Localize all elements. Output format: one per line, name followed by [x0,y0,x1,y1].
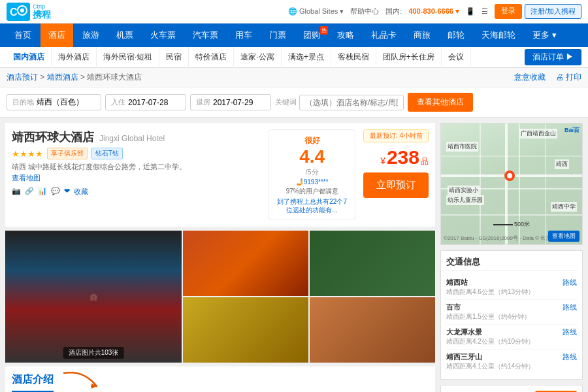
price-book-box: 最新预订: 4小时前 ¥ 238 品 立即预订 [363,129,429,198]
traffic-section: 交通信息 靖西站 靖西距离4.6公里（约13分钟） 路线 百市 靖西距离1.5公… [440,250,583,380]
collect-text[interactable]: 收藏 [74,187,88,197]
destination-label: 目的地 [12,97,34,107]
traffic-info-3: 靖西三牙山 靖西距离4.1公里（约14分钟） [446,352,534,371]
nav-cruise[interactable]: 邮轮 [440,24,472,47]
sub-nav-apartment[interactable]: 途家·公寓 [234,47,281,68]
sub-nav-special[interactable]: 特价酒店 [189,47,234,68]
top-right-nav: 🌐 Global Sites ▾ 帮助中心 国内: 400-830-6666 ▾… [288,4,581,19]
nav-tianhai[interactable]: 天海邮轮 [474,24,523,47]
photo-main[interactable]: 🏨 酒店图片共103张 [5,231,182,363]
nav-flight[interactable]: 机票 [108,24,141,47]
nav-more[interactable]: 更多 ▾ [525,24,564,47]
traffic-name-1: 百市 [446,302,531,312]
comment-icon[interactable]: 💬 [51,187,60,197]
sub-nav-group[interactable]: 团队房+长住房 [376,47,442,68]
checkin-input[interactable] [128,98,180,107]
hotel-title-row: 靖西环球大酒店 Jingxi Global Hotel ★★★★ 享子俱乐部 钻… [12,129,429,220]
rating-label: 很好 [277,135,347,146]
photo-sm-2[interactable] [310,231,435,296]
rating-phone[interactable]: 🤳9193**** [277,178,347,186]
share-icon[interactable]: 🔗 [25,187,34,197]
destination-input[interactable] [37,98,95,107]
nav-car[interactable]: 用车 [227,24,260,47]
map-view-btn[interactable]: 查看地图 [548,231,580,242]
book-now-button[interactable]: 立即预订 [363,172,429,198]
traffic-link-0[interactable]: 路线 [563,278,577,297]
breadcrumb-city[interactable]: 靖西酒店 [47,73,78,82]
photo-sm-4[interactable] [310,297,435,363]
hotel-map-link[interactable]: 查看地图 [12,173,186,183]
breadcrumb-current: 靖西环球大酒店 [87,73,142,82]
sub-nav-domestic[interactable]: 国内酒店 [7,47,52,68]
mobile-icon[interactable]: 📱 [466,7,475,16]
tag-club: 享子俱乐部 [47,148,88,159]
map-section: 靖西市医院 广西靖西金山 靖西 靖西实验小 靖西中学 幼乐儿童乐园 500米 ©… [440,123,583,245]
map-label-middle: 靖西中学 [551,202,577,212]
nav-group[interactable]: 团购 热 [295,24,328,47]
breadcrumb-home[interactable]: 酒店预订 [7,73,38,82]
photo-gallery: 🏨 酒店图片共103张 [5,231,435,363]
print-link[interactable]: 🖨 打印 [556,72,581,83]
arrow-svg [57,367,110,392]
checkout-input[interactable] [213,98,265,107]
sub-nav-minsu[interactable]: 民宿 [159,47,189,68]
heart-icon[interactable]: ❤ [64,187,70,197]
nav-hotel[interactable]: 酒店 [41,24,73,47]
top-header: C Ctrip 携程 🌐 Global Sites ▾ 帮助中心 国内: 400… [0,0,588,24]
currency-symbol: ¥ [380,155,385,166]
nav-guide[interactable]: 攻略 [329,24,362,47]
svg-text:C: C [10,7,18,18]
hotel-stars-tags: ★★★★ 享子俱乐部 钻石T钻 [12,148,186,159]
sub-nav-guesthouse[interactable]: 客栈民宿 [331,47,376,68]
traffic-link-3[interactable]: 路线 [563,352,577,371]
traffic-dist-1: 靖西距离1.5公里（约4分钟） [446,312,531,321]
price-amount: 238 [387,146,419,169]
hotel-stars: ★★★★ [12,149,43,159]
nav-business[interactable]: 商旅 [406,24,438,47]
hotel-order-button[interactable]: 酒店订单 ▶ [525,49,581,65]
nav-ticket[interactable]: 门票 [261,24,294,47]
checkout-field: 退房 [190,94,271,110]
tag-diamond: 钻石T钻 [91,148,123,159]
search-bar: 目的地 入住 退房 关键词 查看其他酒店 [0,88,588,118]
hotel-info-left: 靖西环球大酒店 Jingxi Global Hotel ★★★★ 享子俱乐部 钻… [12,129,186,197]
sub-nav-scenic[interactable]: 满选+景点 [282,47,331,68]
left-content: 靖西环球大酒店 Jingxi Global Hotel ★★★★ 享子俱乐部 钻… [5,123,435,392]
photo-sm-3[interactable] [183,297,308,363]
login-button[interactable]: 登录 [495,4,522,19]
keyword-input[interactable] [299,95,404,110]
traffic-info-1: 百市 靖西距离1.5公里（约4分钟） [446,302,531,321]
menu-icon[interactable]: ☰ [482,7,488,16]
rating-suffix: /5分 [277,167,347,177]
rating-score: 4.4 [277,146,347,167]
nav-giftcard[interactable]: 礼品卡 [363,24,404,47]
collection-link[interactable]: 意意收藏 [514,72,546,83]
help-center-link[interactable]: 帮助中心 [350,7,379,16]
hotel-name-cn: 靖西环球大酒店 [12,129,94,145]
phone-label: 国内: [385,7,402,16]
nav-bus[interactable]: 汽车票 [185,24,226,47]
map-label-hospital: 靖西市医院 [446,142,478,152]
rating-comment2: 到了携程上总共有22个7位远处的功能有... [277,197,347,214]
sub-nav-meeting[interactable]: 会议 [442,47,471,68]
traffic-link-1[interactable]: 路线 [563,302,577,321]
traffic-info-0: 靖西站 靖西距离4.6公里（约13分钟） [446,278,534,297]
traffic-link-2[interactable]: 路线 [563,327,577,346]
hotel-name-row: 靖西环球大酒店 Jingxi Global Hotel [12,129,186,145]
photo-sm-1[interactable] [183,231,308,296]
search-button[interactable]: 查看其他酒店 [408,93,473,112]
sub-nav-rental[interactable]: 海外民宿·短租 [97,47,159,68]
group-badge: 热 [320,26,328,35]
chart-icon[interactable]: 📊 [38,187,47,197]
sub-nav-overseas[interactable]: 海外酒店 [52,47,97,68]
section-title-intro: 酒店介绍 [12,373,54,392]
photo-icon[interactable]: 📷 [12,187,21,197]
nav-train[interactable]: 火车票 [142,24,184,47]
register-button[interactable]: 注册/加入携程 [525,4,581,19]
traffic-name-0: 靖西站 [446,278,534,287]
nav-home[interactable]: 首页 [7,24,39,47]
map-label-jingxi: 靖西 [555,159,569,169]
nav-travel[interactable]: 旅游 [74,24,107,47]
global-sites-link[interactable]: 🌐 Global Sites ▾ [288,7,344,16]
main-photo-building: 🏨 [5,231,182,363]
